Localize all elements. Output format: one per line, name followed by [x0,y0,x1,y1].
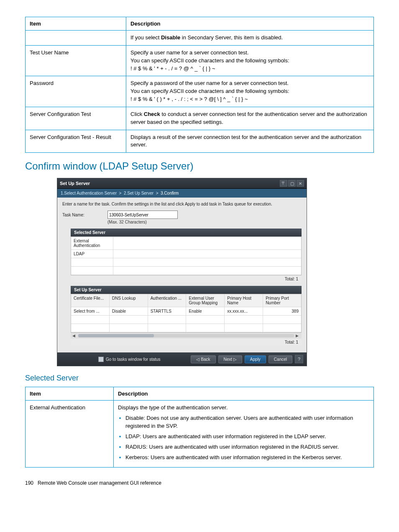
dialog-instruction: Enter a name for the task. Confirm the s… [62,202,302,206]
selected-server-header: Selected Server [71,229,302,236]
grid-data-cell: Disable [110,307,148,315]
list-item: RADIUS: Users are authenticated with use… [125,443,369,451]
table-row-item [26,31,126,46]
col-item: Item [26,387,114,401]
table-row-desc: If you select Disable in Secondary Serve… [126,31,374,46]
go-to-tasks-checkbox[interactable]: Go to tasks window for status [98,357,161,362]
maximize-icon[interactable]: ▢ [288,180,296,187]
dialog-titlebar: Set Up Server 〒 ▢ ✕ [57,178,307,189]
step-3: 3.Confirm [161,191,179,195]
heading-confirm-window: Confirm window (LDAP Setup Server) [25,160,374,172]
selected-server-panel: Selected Server External Authentication … [71,229,302,283]
grid-data-cell: Select from ... [71,307,110,315]
wizard-steps: 1.Select Authentication Server > 2.Set U… [57,189,307,198]
table-row-item: Test User Name [26,45,126,76]
grid-data-cell: Enable [186,307,225,315]
apply-button[interactable]: Apply [245,355,266,363]
set-up-server-header: Set Up Server [71,286,302,294]
page-number: 190 [25,480,33,486]
selected-server-cell: External Authentication [71,237,113,249]
go-to-tasks-label: Go to tasks window for status [106,357,161,362]
set-up-server-panel: Set Up Server Certificate File...DNS Loo… [71,286,302,346]
horizontal-scrollbar[interactable]: ◀ ▶ [71,333,302,339]
table-row-desc: Displays a result of the server connecti… [126,130,374,153]
col-item: Item [26,17,126,31]
cancel-button[interactable]: Cancel [269,355,292,363]
item-description-table-1: Item Description If you select Disable i… [25,17,374,153]
table-row-desc: Specify a password of the user name for … [126,76,374,107]
table-row-item: External Authentication [26,401,114,468]
back-button[interactable]: ◁ Back [191,355,215,363]
list-item: LDAP: Users are authenticated with user … [125,433,369,441]
set-up-server-dialog: Set Up Server 〒 ▢ ✕ 1.Select Authenticat… [57,178,307,366]
page-footer: 190 Remote Web Console user management G… [25,480,374,486]
scroll-left-icon[interactable]: ◀ [72,334,77,338]
close-icon[interactable]: ✕ [297,180,304,187]
table-row-desc: Specify a user name for a server connect… [126,45,374,76]
table-row-item: Server Configuration Test [26,107,126,130]
col-description: Description [126,17,374,31]
grid-data-cell: STARTTLS [148,307,187,315]
grid-data-cell: xx.xxx.xx... [225,307,263,315]
filter-icon[interactable]: 〒 [280,180,287,187]
grid-header-cell: DNS Lookup [110,294,148,307]
grid-header-cell: Primary Host Name [225,294,263,307]
col-description: Description [114,387,374,401]
help-icon[interactable]: ? [295,355,303,363]
set-up-server-total: Total: 1 [71,339,302,346]
task-name-hint: (Max. 32 Characters) [107,220,302,224]
grid-header-cell: Primary Port Number [263,294,301,307]
task-name-label: Task Name: [62,213,100,217]
step-2: 2.Set Up Server [124,191,153,195]
grid-header-cell: Authentication ... [148,294,187,307]
next-button[interactable]: Next ▷ [218,355,242,363]
table-row-item: Password [26,76,126,107]
heading-selected-server: Selected Server [25,374,374,383]
list-item: Kerberos: Users are authenticated with u… [125,454,369,462]
table-row-desc: Displays the type of the authentication … [114,401,374,468]
selected-server-cell: LDAP [71,250,113,258]
footer-text: Remote Web Console user management GUI r… [38,480,161,486]
grid-header-cell: External User Group Mapping [186,294,225,307]
table-row-item: Server Configuration Test - Result [26,130,126,153]
dialog-title: Set Up Server [60,181,90,186]
scroll-right-icon[interactable]: ▶ [296,334,300,338]
selected-server-total: Total: 1 [71,275,302,283]
grid-header-cell: Certificate File... [71,294,110,307]
step-1: 1.Select Authentication Server [61,191,117,195]
task-name-input[interactable] [107,211,178,219]
table-row-desc: Click Check to conduct a server connecti… [126,107,374,130]
list-item: Disable: Does not use any authentication… [125,414,369,430]
grid-data-cell: 389 [263,307,301,315]
item-description-table-2: Item Description External Authentication… [25,387,374,468]
